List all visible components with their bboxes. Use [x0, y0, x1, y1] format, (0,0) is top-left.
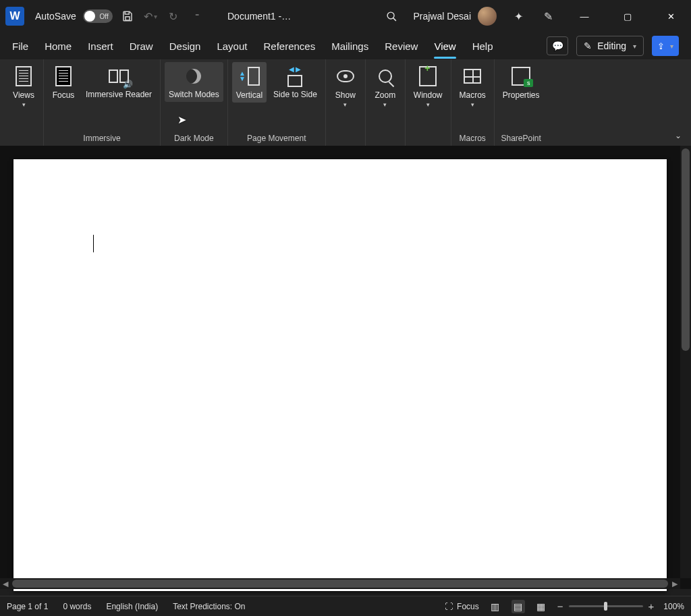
immersive-reader-button[interactable]: 🔊 Immersive Reader: [82, 62, 156, 102]
zoom-out-icon[interactable]: −: [557, 600, 563, 612]
redo-icon[interactable]: ↻: [165, 8, 182, 24]
zoom-track[interactable]: [569, 605, 643, 607]
chevron-down-icon: ▾: [471, 101, 474, 108]
tab-layout[interactable]: Layout: [217, 38, 247, 55]
title-bar: W AutoSave Off ↶▾ ↻ ⁼ Document1 -… Prajw…: [0, 0, 691, 32]
qat-dropdown-icon[interactable]: ⁼: [188, 8, 204, 24]
properties-label: Properties: [503, 90, 540, 100]
share-icon: ⇪: [657, 41, 665, 51]
collapse-ribbon-icon[interactable]: ⌄: [675, 131, 682, 140]
tab-mailings[interactable]: Mailings: [331, 38, 368, 55]
properties-button[interactable]: s Properties: [499, 62, 544, 103]
horizontal-scroll-thumb[interactable]: [12, 580, 668, 588]
focus-button[interactable]: Focus: [48, 62, 79, 103]
editing-label: Editing: [597, 40, 626, 51]
tab-draw[interactable]: Draw: [130, 38, 153, 55]
views-label: Views: [13, 90, 34, 100]
status-words[interactable]: 0 words: [63, 602, 91, 611]
web-layout-icon[interactable]: ▦: [534, 600, 548, 613]
document-title: Document1 -…: [227, 11, 291, 22]
restore-button[interactable]: ▢: [613, 0, 642, 32]
status-language[interactable]: English (India): [106, 602, 158, 611]
tab-home[interactable]: Home: [45, 38, 72, 55]
chevron-down-icon: ▾: [670, 43, 673, 50]
pencil-icon: ✎: [584, 40, 592, 51]
switch-label: Switch Modes: [169, 90, 219, 99]
zoom-percent[interactable]: 100%: [663, 602, 684, 611]
focus-mode-button[interactable]: ⛶ Focus: [445, 602, 479, 611]
chevron-down-icon: ▾: [426, 101, 430, 108]
document-page[interactable]: [13, 159, 667, 591]
vertical-button[interactable]: ▲▼ Vertical: [232, 62, 267, 103]
side-label: Side to Side: [273, 90, 317, 99]
zoom-slider[interactable]: − +: [557, 600, 655, 612]
ribbon-tabs: File Home Insert Draw Design Layout Refe…: [0, 32, 691, 59]
user-account[interactable]: Prajwal Desai: [413, 7, 497, 26]
minimize-button[interactable]: ―: [570, 0, 599, 32]
autosave-label: AutoSave: [35, 11, 76, 22]
title-center: Document1 -…: [227, 0, 291, 32]
avatar-icon: [478, 7, 497, 26]
search-icon[interactable]: [383, 8, 399, 24]
zoom-button[interactable]: Zoom ▾: [370, 62, 401, 111]
toggle-knob: [84, 11, 95, 22]
focus-mode-label: Focus: [457, 602, 479, 611]
tab-insert[interactable]: Insert: [88, 38, 113, 55]
tab-view[interactable]: View: [434, 38, 455, 55]
zoom-in-icon[interactable]: +: [648, 600, 655, 612]
window-button[interactable]: + Window ▾: [410, 62, 447, 111]
vertical-label: Vertical: [236, 90, 262, 100]
focus-target-icon: ⛶: [445, 602, 453, 611]
group-pagemove-label: Page Movement: [247, 134, 306, 143]
tab-references[interactable]: References: [263, 38, 315, 55]
zoom-knob[interactable]: [604, 602, 607, 611]
zoom-label: Zoom: [375, 90, 395, 100]
vertical-scroll-thumb[interactable]: [682, 148, 690, 351]
zoom-icon: [379, 65, 392, 88]
switch-modes-button[interactable]: Switch Modes: [165, 62, 223, 102]
undo-icon[interactable]: ↶▾: [142, 8, 159, 24]
focus-icon: [55, 65, 72, 88]
views-button[interactable]: Views ▾: [8, 62, 39, 111]
document-workspace: ◀ ▶: [0, 146, 691, 589]
ribbon: Views ▾ Focus 🔊 Immersive Reader Immersi…: [0, 59, 691, 146]
comments-button[interactable]: 💬: [547, 36, 568, 55]
tab-help[interactable]: Help: [472, 38, 493, 55]
read-mode-icon[interactable]: ▥: [489, 600, 502, 613]
text-cursor: [93, 235, 94, 252]
group-immersive-label: Immersive: [83, 134, 120, 143]
save-icon[interactable]: [119, 8, 136, 24]
views-icon: [16, 65, 32, 88]
share-button[interactable]: ⇪ ▾: [652, 36, 679, 56]
autosave-toggle[interactable]: Off: [83, 9, 113, 23]
vertical-scrollbar[interactable]: [680, 146, 691, 578]
focus-label: Focus: [53, 90, 75, 100]
chevron-down-icon: ▾: [343, 101, 347, 108]
macros-button[interactable]: Macros ▾: [455, 62, 490, 111]
window-label: Window: [414, 90, 443, 100]
scroll-left-icon[interactable]: ◀: [0, 580, 11, 588]
tab-design[interactable]: Design: [169, 38, 201, 55]
autosave-control[interactable]: AutoSave Off: [35, 9, 113, 23]
print-layout-icon[interactable]: ▤: [512, 600, 525, 613]
reader-label: Immersive Reader: [86, 90, 152, 99]
show-label: Show: [335, 90, 356, 100]
diamond-premium-icon[interactable]: ✦: [510, 8, 526, 24]
side-to-side-button[interactable]: ◀▶ Side to Side: [269, 62, 321, 102]
scroll-right-icon[interactable]: ▶: [669, 580, 680, 588]
group-darkmode-label: Dark Mode: [174, 134, 214, 143]
vertical-icon: ▲▼: [239, 65, 260, 88]
macros-icon: [464, 65, 481, 88]
close-button[interactable]: ✕: [656, 0, 686, 32]
window-icon: +: [419, 65, 437, 88]
tab-file[interactable]: File: [12, 38, 28, 55]
horizontal-scrollbar[interactable]: ◀ ▶: [0, 578, 680, 589]
tab-review[interactable]: Review: [385, 38, 418, 55]
show-button[interactable]: Show ▾: [330, 62, 361, 111]
immersive-reader-icon: 🔊: [109, 65, 129, 88]
status-page[interactable]: Page 1 of 1: [7, 602, 48, 611]
pen-sparkle-icon[interactable]: ✎: [540, 8, 556, 24]
editing-mode-button[interactable]: ✎ Editing ▾: [576, 36, 644, 56]
status-predictions[interactable]: Text Predictions: On: [173, 602, 245, 611]
macros-label: Macros: [460, 90, 486, 100]
